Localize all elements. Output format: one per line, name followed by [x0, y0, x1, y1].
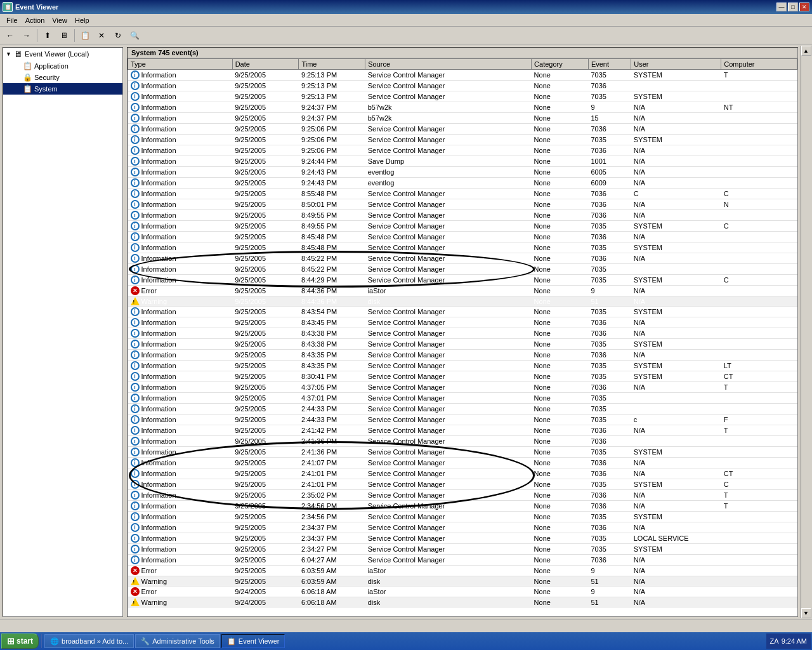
table-row[interactable]: iInformation9/25/20058:49:55 PMService C…	[128, 221, 797, 232]
table-row[interactable]: iInformation9/25/20059:25:06 PMService C…	[128, 135, 797, 145]
forward-button[interactable]: →	[19, 29, 34, 43]
table-row[interactable]: iInformation9/25/20058:43:35 PMService C…	[128, 361, 797, 371]
table-row[interactable]: iInformation9/25/20052:34:56 PMService C…	[128, 512, 797, 522]
table-row[interactable]: Warning9/25/20056:03:59 AMdiskNone51N/A	[128, 576, 797, 587]
table-row[interactable]: iInformation9/25/20058:45:48 PMService C…	[128, 232, 797, 242]
table-row[interactable]: iInformation9/25/20052:35:02 PMService C…	[128, 490, 797, 501]
table-row[interactable]: iInformation9/25/20052:44:33 PMService C…	[128, 404, 797, 415]
table-row[interactable]: iInformation9/25/20059:25:13 PMService C…	[128, 81, 797, 91]
table-cell: 6009	[588, 178, 631, 189]
minimize-button[interactable]: —	[776, 3, 787, 11]
up-button[interactable]: ⬆	[40, 29, 55, 43]
table-row[interactable]: iInformation9/25/20058:43:35 PMService C…	[128, 350, 797, 361]
table-row[interactable]: iInformation9/25/20059:25:13 PMService C…	[128, 70, 797, 81]
table-row[interactable]: iInformation9/25/20059:25:06 PMService C…	[128, 124, 797, 135]
expand-icon[interactable]: ▼	[6, 51, 12, 57]
info-icon: i	[131, 501, 140, 510]
table-row[interactable]: iInformation9/25/20052:44:33 PMService C…	[128, 415, 797, 425]
table-row[interactable]: iInformation9/25/20059:25:06 PMService C…	[128, 145, 797, 156]
type-cell: iInformation	[131, 501, 230, 510]
table-row[interactable]: iInformation9/25/20058:43:38 PMService C…	[128, 328, 797, 339]
col-date[interactable]: Date	[232, 59, 299, 70]
table-row[interactable]: iInformation9/25/20052:41:01 PMService C…	[128, 479, 797, 490]
warning-icon	[131, 598, 140, 606]
table-row[interactable]: iInformation9/25/20059:24:44 PMSave Dump…	[128, 156, 797, 167]
col-category[interactable]: Category	[532, 59, 589, 70]
table-cell: 7035	[588, 512, 631, 522]
table-row[interactable]: iInformation9/25/20059:24:43 PMeventlogN…	[128, 167, 797, 178]
export-button[interactable]: 📋	[77, 29, 93, 43]
table-row[interactable]: iInformation9/25/20052:41:07 PMService C…	[128, 458, 797, 468]
vertical-scrollbar[interactable]: ▲ ▼	[801, 46, 811, 618]
tree-system[interactable]: 📋 System	[3, 83, 122, 95]
table-row[interactable]: ✕Error9/25/20058:44:36 PMiaStorNone9N/A	[128, 286, 797, 296]
table-row[interactable]: iInformation9/25/20058:43:54 PMService C…	[128, 307, 797, 317]
table-row[interactable]: iInformation9/25/20058:43:45 PMService C…	[128, 317, 797, 328]
table-row[interactable]: iInformation9/25/20059:24:37 PMb57w2kNon…	[128, 113, 797, 124]
back-button[interactable]: ←	[3, 29, 18, 43]
tree-application[interactable]: 📋 Application	[3, 60, 122, 72]
taskbar-event-viewer[interactable]: 📋 Event Viewer	[221, 634, 285, 648]
menu-view[interactable]: View	[48, 15, 71, 25]
table-row[interactable]: iInformation9/25/20052:41:42 PMService C…	[128, 425, 797, 436]
table-row[interactable]: iInformation9/25/20059:24:43 PMeventlogN…	[128, 178, 797, 189]
col-computer[interactable]: Computer	[721, 59, 797, 70]
table-row[interactable]: iInformation9/25/20052:34:27 PMService C…	[128, 544, 797, 555]
menu-help[interactable]: Help	[71, 15, 93, 25]
table-cell: Service Control Manager	[365, 436, 532, 447]
table-row[interactable]: iInformation9/25/20058:50:01 PMService C…	[128, 199, 797, 210]
table-cell: None	[532, 167, 589, 178]
table-cell: Service Control Manager	[365, 350, 532, 361]
table-row[interactable]: iInformation9/25/20059:24:37 PMb57w2kNon…	[128, 102, 797, 113]
type-label: Error	[141, 287, 157, 295]
menu-file[interactable]: File	[3, 15, 22, 25]
table-row[interactable]: iInformation9/25/20059:25:13 PMService C…	[128, 91, 797, 102]
col-user[interactable]: User	[631, 59, 721, 70]
col-source[interactable]: Source	[365, 59, 532, 70]
taskbar-admin-tools[interactable]: 🔧 Administrative Tools	[135, 634, 220, 648]
table-row[interactable]: iInformation9/25/20052:41:36 PMService C…	[128, 436, 797, 447]
show-hide-button[interactable]: 🖥	[56, 29, 72, 43]
table-row[interactable]: iInformation9/25/20052:34:37 PMService C…	[128, 522, 797, 533]
table-row[interactable]: ✕Error9/25/20056:03:59 AMiaStorNone9N/A	[128, 566, 797, 576]
table-cell	[721, 253, 797, 264]
table-row[interactable]: iInformation9/25/20058:43:38 PMService C…	[128, 339, 797, 350]
table-row[interactable]: iInformation9/25/20052:41:01 PMService C…	[128, 468, 797, 479]
tree-root[interactable]: ▼ 🖥 Event Viewer (Local)	[3, 48, 122, 60]
col-event[interactable]: Event	[588, 59, 631, 70]
table-row[interactable]: iInformation9/25/20054:37:05 PMService C…	[128, 382, 797, 393]
table-row[interactable]: iInformation9/25/20058:45:22 PMService C…	[128, 253, 797, 264]
table-row[interactable]: ✕Error9/24/20056:06:18 AMiaStorNone9N/A	[128, 587, 797, 597]
col-type[interactable]: Type	[128, 59, 233, 70]
table-row[interactable]: iInformation9/25/20056:04:27 AMService C…	[128, 555, 797, 566]
close-button[interactable]: ✕	[799, 3, 809, 11]
start-button[interactable]: ⊞ start	[1, 633, 39, 649]
maximize-button[interactable]: □	[788, 3, 798, 11]
table-row[interactable]: iInformation9/25/20058:45:22 PMService C…	[128, 264, 797, 275]
tree-security[interactable]: 🔒 Security	[3, 72, 122, 83]
taskbar-broadband[interactable]: 🌐 broadband » Add to...	[44, 634, 134, 648]
table-cell: Service Control Manager	[365, 145, 532, 156]
info-icon: i	[131, 275, 140, 284]
scroll-up[interactable]: ▲	[801, 46, 811, 56]
info-icon: i	[131, 340, 140, 348]
table-row[interactable]: iInformation9/25/20052:34:56 PMService C…	[128, 501, 797, 512]
table-row[interactable]: iInformation9/25/20058:49:55 PMService C…	[128, 210, 797, 221]
table-row[interactable]: iInformation9/25/20058:55:48 PMService C…	[128, 189, 797, 199]
refresh-button[interactable]: ↻	[110, 29, 126, 43]
table-row[interactable]: iInformation9/25/20054:37:01 PMService C…	[128, 393, 797, 404]
table-row[interactable]: iInformation9/25/20058:45:48 PMService C…	[128, 242, 797, 253]
type-label: Information	[141, 244, 176, 251]
table-row[interactable]: Warning9/24/20056:06:18 AMdiskNone51N/A	[128, 597, 797, 607]
table-row[interactable]: iInformation9/25/20058:30:41 PMService C…	[128, 371, 797, 382]
delete-button[interactable]: ✕	[94, 29, 109, 43]
event-table-scroll[interactable]: Type Date Time Source Category Event Use…	[128, 58, 797, 616]
table-row[interactable]: iInformation9/25/20058:44:29 PMService C…	[128, 275, 797, 286]
scroll-down[interactable]: ▼	[801, 608, 811, 618]
menu-action[interactable]: Action	[22, 15, 49, 25]
col-time[interactable]: Time	[299, 59, 365, 70]
table-row[interactable]: Warning9/25/20058:44:36 PMdiskNone51N/A	[128, 296, 797, 307]
properties-button[interactable]: 🔍	[127, 29, 142, 43]
table-row[interactable]: iInformation9/25/20052:41:36 PMService C…	[128, 447, 797, 458]
table-row[interactable]: iInformation9/25/20052:34:37 PMService C…	[128, 533, 797, 544]
